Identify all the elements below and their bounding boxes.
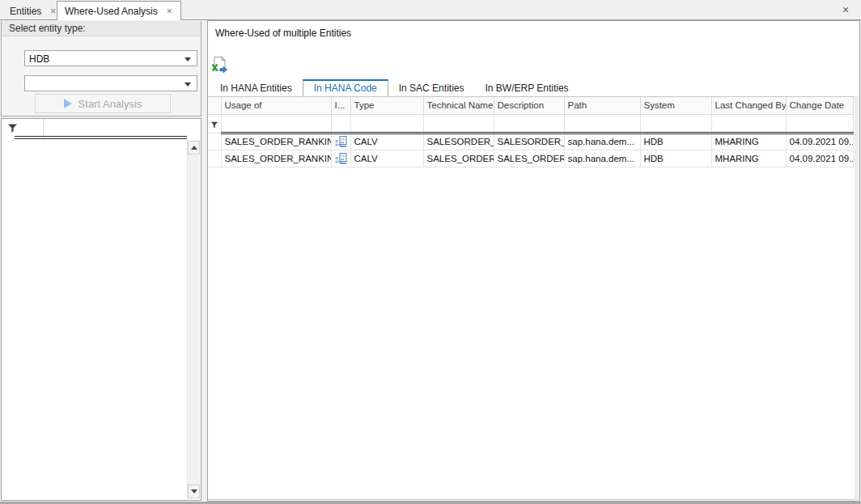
tab-label: Where-Used Analysis (65, 6, 158, 17)
filter-cell[interactable] (350, 114, 423, 133)
list-filter-row[interactable] (2, 119, 201, 141)
cell-technical-name[interactable]: SALESORDER_... (423, 133, 494, 150)
cell-description[interactable]: SALESORDER_... (494, 133, 564, 150)
grid-header-row: Usage of I... Type Technical Name Descri… (208, 97, 853, 114)
column-header-usage-of[interactable]: Usage of (221, 97, 331, 114)
column-header-system[interactable]: System (640, 97, 711, 114)
column-header-last-changed-by[interactable]: Last Changed By (711, 97, 786, 114)
cell-type[interactable]: CALV (350, 133, 423, 150)
grid-filter-row (208, 114, 853, 133)
start-analysis-label: Start Analysis (78, 98, 142, 110)
filter-cell[interactable] (423, 114, 494, 133)
tab-in-sac-entities[interactable]: In SAC Entities (388, 79, 475, 96)
chevron-down-icon[interactable] (184, 83, 191, 87)
cell-system[interactable]: HDB (640, 133, 711, 150)
start-analysis-button[interactable]: Start Analysis (35, 94, 171, 113)
cell-technical-name[interactable]: SALES_ORDER... (423, 150, 494, 167)
entity-combo[interactable] (24, 75, 197, 91)
cell-usage-of[interactable]: SALES_ORDER_RANKING (221, 150, 331, 167)
filter-row-underline (15, 136, 187, 139)
filter-funnel-icon[interactable] (7, 123, 18, 133)
grid-right-gap (855, 96, 859, 500)
column-header-icon[interactable]: I... (331, 97, 350, 114)
scroll-up-button[interactable] (188, 141, 200, 155)
column-header-type[interactable]: Type (350, 97, 423, 114)
panel-title: Where-Used of multiple Entities (215, 28, 351, 39)
triangle-down-icon (191, 489, 197, 493)
cell-last-changed-by[interactable]: MHARING (711, 133, 786, 150)
play-icon (64, 99, 72, 108)
calculation-view-icon (331, 150, 350, 167)
tab-label: Entities (10, 6, 41, 17)
combo-value: HDB (29, 53, 49, 65)
gutter-header (208, 97, 221, 114)
vertical-scrollbar[interactable] (187, 141, 200, 498)
tab-in-bw-erp-entities[interactable]: In BW/ERP Entities (474, 79, 579, 96)
filter-cell[interactable] (494, 114, 564, 133)
results-grid: Usage of I... Type Technical Name Descri… (208, 96, 855, 500)
row-gutter-cell (208, 150, 221, 167)
where-used-analysis-window: Entities × Where-Used Analysis × × Selec… (0, 0, 861, 504)
column-header-technical-name[interactable]: Technical Name (423, 97, 494, 114)
table-row[interactable]: SALES_ORDER_RANKING (208, 150, 853, 167)
close-icon[interactable]: × (166, 6, 173, 16)
filter-cell[interactable] (711, 114, 786, 133)
cell-description[interactable]: SALES_ORDER... (494, 150, 564, 167)
cell-system[interactable]: HDB (640, 150, 711, 167)
filter-funnel-icon[interactable] (210, 121, 218, 129)
cell-change-date[interactable]: 04.09.2021 09... (786, 133, 853, 150)
cell-path[interactable]: sap.hana.dem... (564, 150, 640, 167)
filter-cell[interactable] (786, 114, 853, 133)
export-to-excel-icon[interactable] (210, 56, 230, 75)
filter-cell[interactable] (221, 114, 331, 133)
row-gutter-cell (208, 133, 221, 150)
entity-type-group: Select entity type: HDB Start Analysis (1, 21, 201, 116)
column-header-description[interactable]: Description (494, 97, 564, 114)
calculation-view-icon (331, 133, 350, 150)
cell-change-date[interactable]: 04.09.2021 09... (786, 150, 853, 167)
where-used-panel: Where-Used of multiple Entities In HANA … (207, 20, 860, 502)
scroll-down-button[interactable] (188, 485, 200, 498)
cell-last-changed-by[interactable]: MHARING (711, 150, 786, 167)
filter-cell[interactable] (640, 114, 711, 133)
close-icon[interactable]: × (840, 4, 851, 15)
filter-cell[interactable] (564, 114, 640, 133)
cell-type[interactable]: CALV (350, 150, 423, 167)
table-row[interactable]: SALES_ORDER_RANKING (208, 133, 853, 150)
entity-type-combo[interactable]: HDB (24, 50, 197, 66)
tab-where-used-analysis[interactable]: Where-Used Analysis × (57, 1, 181, 20)
chevron-down-icon[interactable] (184, 57, 191, 61)
result-tabstrip: In HANA Entities In HANA Code In SAC Ent… (210, 79, 579, 96)
filter-gutter-cell[interactable] (208, 114, 221, 133)
tab-in-hana-code[interactable]: In HANA Code (303, 79, 388, 96)
column-header-path[interactable]: Path (564, 97, 640, 114)
group-title: Select entity type: (2, 21, 201, 36)
document-tabbar: Entities × Where-Used Analysis × × (0, 0, 861, 20)
column-header-change-date[interactable]: Change Date (786, 97, 853, 114)
cell-path[interactable]: sap.hana.dem... (564, 133, 640, 150)
entity-list (1, 118, 201, 501)
tab-entities[interactable]: Entities × (2, 2, 65, 19)
triangle-up-icon (191, 146, 197, 150)
tab-in-hana-entities[interactable]: In HANA Entities (210, 79, 303, 96)
filter-cell[interactable] (331, 114, 350, 133)
cell-usage-of[interactable]: SALES_ORDER_RANKING (221, 133, 331, 150)
